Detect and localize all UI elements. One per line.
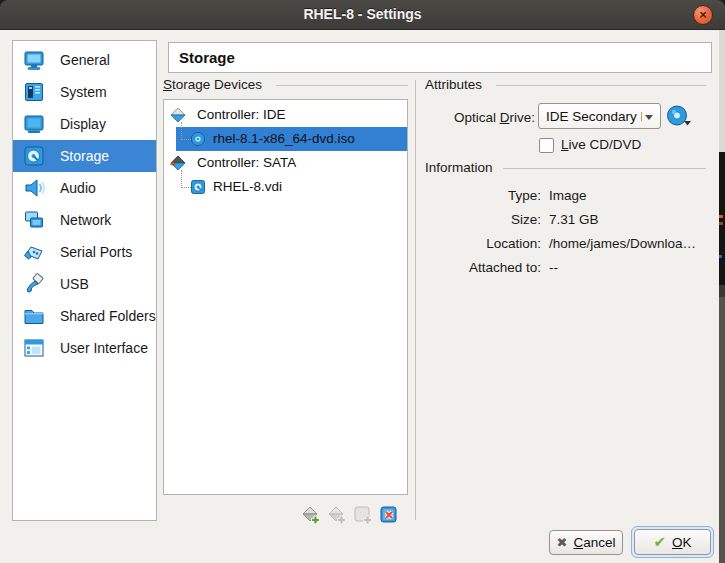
storage-toolbar — [300, 504, 399, 525]
optical-disc-icon — [190, 131, 206, 147]
page-header: Storage — [168, 42, 712, 73]
tree-item-label: rhel-8.1-x86_64-dvd.iso — [213, 131, 355, 146]
optical-drive-label: Optical Drive: — [420, 110, 535, 125]
storage-devices-group-label: Storage Devices — [163, 77, 262, 92]
window-title: RHEL-8 - Settings — [0, 6, 725, 22]
optical-drive-selected-value: IDE Secondary Mas — [546, 109, 642, 124]
info-location-label: Location: — [426, 236, 541, 251]
storage-devices-tree: Controller: IDE rhel-8.1-x86_64-dvd.iso … — [163, 99, 408, 495]
optical-drive-select[interactable]: IDE Secondary Mas — [538, 103, 661, 129]
tree-item-label: Controller: IDE — [197, 107, 286, 122]
terminal-speck — [719, 255, 722, 258]
sidebar: General System Display Storage — [12, 40, 157, 521]
optical-drive-label-pre: Optical — [454, 110, 500, 125]
info-type-label: Type: — [426, 188, 541, 203]
sidebar-item-label: Display — [60, 116, 106, 132]
disc-chooser-icon — [666, 104, 693, 129]
info-location-value: /home/james/Downloa… — [549, 236, 696, 251]
controller-sata-icon — [170, 155, 186, 171]
tree-item-dvd-iso[interactable]: rhel-8.1-x86_64-dvd.iso — [164, 127, 407, 151]
choose-disk-image-button[interactable] — [666, 104, 693, 129]
user-interface-icon — [21, 335, 47, 361]
remove-attachment-button[interactable] — [378, 504, 399, 525]
network-icon — [21, 207, 47, 233]
sidebar-item-label: Serial Ports — [60, 244, 132, 260]
cancel-x-icon: ✖ — [557, 535, 568, 550]
group-divider — [503, 168, 706, 169]
sidebar-item-general[interactable]: General — [13, 44, 156, 76]
live-cd-label: Live CD/DVD — [561, 137, 641, 152]
sidebar-item-display[interactable]: Display — [13, 108, 156, 140]
attributes-group-label: Attributes — [425, 77, 482, 92]
tree-item-controller-sata[interactable]: Controller: SATA — [164, 151, 407, 175]
info-attached-value: -- — [549, 260, 558, 275]
background-window-sliver — [719, 30, 725, 563]
sidebar-item-label: USB — [60, 276, 89, 292]
sidebar-item-usb[interactable]: USB — [13, 268, 156, 300]
tree-item-vdi[interactable]: RHEL-8.vdi — [164, 175, 407, 199]
shared-folders-icon — [21, 303, 47, 329]
usb-icon — [21, 271, 47, 297]
background-sliver-band — [719, 285, 725, 297]
ok-button-label: OK — [672, 535, 692, 550]
ok-button[interactable]: ✔ OK — [634, 529, 711, 555]
remove-controller-button[interactable] — [326, 504, 347, 525]
information-group-label: Information — [425, 160, 493, 175]
terminal-speck — [719, 222, 723, 225]
sidebar-item-label: Storage — [60, 148, 109, 164]
display-icon — [21, 111, 47, 137]
group-divider — [496, 85, 706, 86]
sidebar-item-user-interface[interactable]: User Interface — [13, 332, 156, 364]
close-button[interactable]: × — [693, 5, 713, 25]
sidebar-item-system[interactable]: System — [13, 76, 156, 108]
sidebar-item-label: Shared Folders — [60, 308, 156, 324]
close-icon: × — [699, 8, 707, 21]
sidebar-item-serial-ports[interactable]: Serial Ports — [13, 236, 156, 268]
general-icon — [21, 47, 47, 73]
tree-item-label: Controller: SATA — [197, 155, 296, 170]
add-controller-button[interactable] — [300, 504, 321, 525]
sidebar-item-label: System — [60, 84, 107, 100]
ok-check-icon: ✔ — [653, 533, 666, 551]
background-sliver-terminal — [719, 152, 725, 285]
info-type-value: Image — [549, 188, 587, 203]
sidebar-item-label: User Interface — [60, 340, 148, 356]
info-size-value: 7.31 GB — [549, 212, 599, 227]
add-attachment-button[interactable] — [352, 504, 373, 525]
serial-ports-icon — [21, 239, 47, 265]
sidebar-item-label: Network — [60, 212, 111, 228]
controller-ide-icon — [170, 107, 186, 123]
audio-icon — [21, 175, 47, 201]
tree-item-label: RHEL-8.vdi — [213, 179, 282, 194]
page-title: Storage — [179, 49, 235, 66]
info-size-label: Size: — [426, 212, 541, 227]
sidebar-item-audio[interactable]: Audio — [13, 172, 156, 204]
tree-item-controller-ide[interactable]: Controller: IDE — [164, 103, 407, 127]
screen: RHEL-8 - Settings × General — [0, 0, 725, 563]
sidebar-item-network[interactable]: Network — [13, 204, 156, 236]
storage-icon — [21, 143, 47, 169]
system-icon — [21, 79, 47, 105]
cancel-button[interactable]: ✖ Cancel — [549, 530, 623, 555]
ok-button-focus-ring: ✔ OK — [631, 526, 714, 558]
background-sliver-light — [719, 30, 725, 152]
sidebar-item-storage[interactable]: Storage — [13, 140, 156, 172]
settings-dialog: General System Display Storage — [0, 30, 719, 563]
terminal-speck — [719, 215, 723, 218]
titlebar[interactable]: RHEL-8 - Settings × — [0, 0, 725, 30]
sidebar-item-label: Audio — [60, 180, 96, 196]
hard-disk-icon — [190, 179, 206, 195]
chevron-down-icon — [645, 115, 653, 120]
group-divider — [276, 85, 408, 86]
sidebar-item-shared-folders[interactable]: Shared Folders — [13, 300, 156, 332]
sidebar-item-label: General — [60, 52, 110, 68]
optical-drive-label-mnemonic: Drive: — [500, 110, 535, 125]
cancel-button-label: Cancel — [573, 535, 615, 550]
info-attached-label: Attached to: — [426, 260, 541, 275]
live-cd-checkbox[interactable] — [539, 138, 554, 153]
pane-divider — [415, 80, 416, 520]
